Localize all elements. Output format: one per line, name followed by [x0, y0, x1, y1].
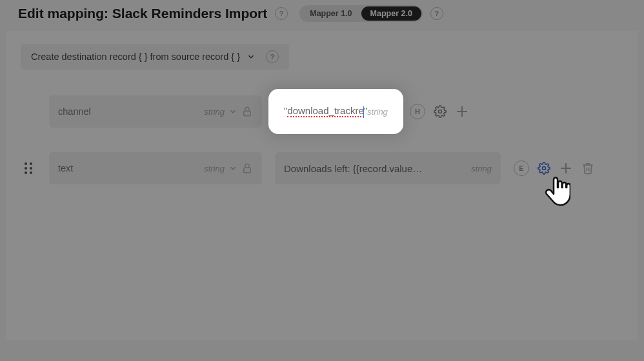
plus-icon — [457, 106, 467, 117]
svg-rect-8 — [244, 168, 251, 173]
field-type-label: string — [204, 164, 225, 173]
chevron-down-icon[interactable] — [228, 107, 237, 116]
destination-field-box[interactable]: text string — [49, 152, 262, 184]
plus-icon — [561, 163, 571, 173]
add-row-button[interactable] — [455, 104, 469, 119]
destination-record-selector[interactable]: Create destination record { } from sourc… — [21, 44, 289, 70]
mapper-v2-button[interactable]: Mapper 2.0 — [361, 6, 421, 21]
row-actions: H — [410, 104, 469, 119]
help-icon[interactable]: ? — [430, 7, 443, 20]
value-type-label: string — [367, 107, 388, 117]
value-spotlight-wrap: "download_trackre" string — [275, 95, 397, 128]
value-text: Downloads left: {{record.value… — [284, 163, 422, 174]
svg-point-3 — [30, 162, 32, 165]
help-icon[interactable]: ? — [275, 7, 288, 20]
field-name-label: channel — [58, 106, 91, 117]
delete-row-button[interactable] — [581, 161, 595, 175]
value-token: download_trackre — [287, 105, 363, 117]
mapping-content-area: Create destination record { } from sourc… — [6, 31, 638, 340]
svg-point-7 — [30, 171, 32, 174]
chevron-down-icon — [247, 52, 256, 61]
drag-handle-icon — [24, 162, 33, 175]
field-type-label: string — [204, 107, 225, 117]
svg-point-4 — [25, 167, 27, 170]
mapping-row: text string Downloads left: {{record.val… — [21, 148, 623, 188]
svg-point-6 — [25, 171, 27, 174]
chevron-down-icon[interactable] — [228, 164, 237, 173]
row-actions: E — [514, 161, 595, 176]
field-name-label: text — [58, 163, 73, 173]
mapping-rows: channel string "download_trackre" string… — [21, 92, 623, 188]
mapper-v1-button[interactable]: Mapper 1.0 — [301, 6, 361, 21]
source-value-input[interactable]: "download_trackre" string — [275, 95, 397, 128]
lock-icon — [241, 106, 253, 117]
destination-field-box[interactable]: channel string — [49, 95, 262, 128]
trash-icon — [581, 162, 594, 175]
lock-icon — [241, 162, 253, 174]
field-type-group: string — [204, 162, 253, 174]
svg-rect-0 — [244, 111, 251, 116]
add-row-button[interactable] — [559, 161, 573, 175]
destination-record-label: Create destination record { } from sourc… — [31, 52, 240, 62]
drag-handle[interactable] — [21, 162, 36, 175]
header-bar: Edit mapping: Slack Reminders Import ? M… — [0, 0, 644, 31]
gear-icon — [434, 105, 447, 118]
svg-point-1 — [438, 110, 441, 113]
settings-button[interactable] — [537, 161, 551, 175]
help-icon[interactable]: ? — [266, 50, 279, 63]
expression-badge[interactable]: E — [514, 161, 529, 176]
value-text: "download_trackre" — [284, 105, 367, 117]
settings-button[interactable] — [433, 104, 447, 119]
page-title: Edit mapping: Slack Reminders Import — [18, 6, 267, 21]
field-type-group: string — [204, 106, 253, 117]
source-value-input[interactable]: Downloads left: {{record.value… string — [275, 152, 501, 184]
svg-point-2 — [25, 162, 27, 165]
value-type-label: string — [471, 164, 492, 173]
handlebars-badge[interactable]: H — [410, 104, 425, 119]
mapping-row: channel string "download_trackre" string… — [21, 92, 623, 132]
gear-icon — [538, 162, 550, 175]
svg-point-5 — [30, 167, 32, 170]
mapper-version-toggle: Mapper 1.0 Mapper 2.0 — [299, 5, 423, 22]
svg-point-9 — [543, 167, 546, 170]
